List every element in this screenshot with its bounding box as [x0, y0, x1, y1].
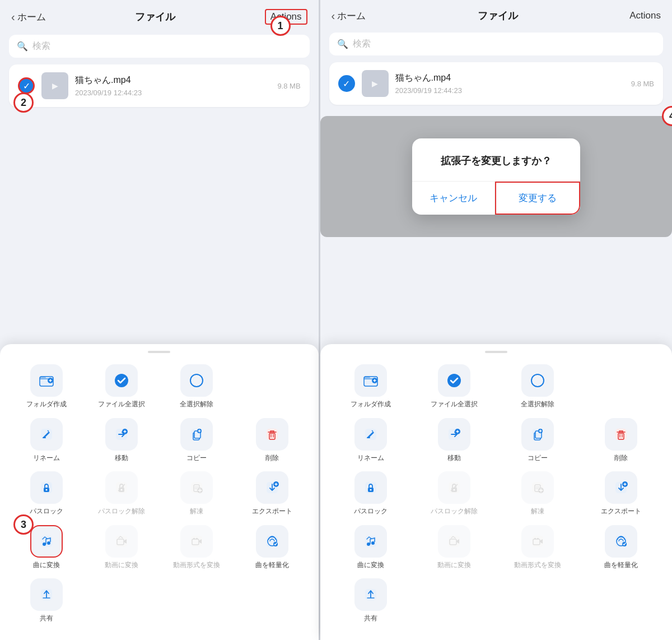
- svg-rect-12: [267, 429, 278, 440]
- right-action-video-format[interactable]: 動画形式を変換: [498, 525, 577, 570]
- left-action-delete[interactable]: 削除: [236, 418, 307, 463]
- annotation-1: 1: [270, 16, 291, 36]
- right-action-copy[interactable]: コピー: [498, 418, 577, 463]
- right-back-button[interactable]: ‹ ホーム: [332, 10, 366, 22]
- left-passlock-icon-wrap: [30, 471, 63, 504]
- right-action-passlock[interactable]: パスロック: [332, 471, 410, 516]
- left-file-list: ✓ 猫ちゃん.mp4 2023/09/19 12:44:23 9.8 MB: [9, 64, 310, 107]
- svg-point-2: [115, 374, 128, 387]
- right-action-select-all[interactable]: ファイル全選択: [415, 364, 494, 409]
- right-back-label: ホーム: [337, 10, 366, 22]
- right-deselect-icon-wrap: [521, 364, 554, 397]
- right-passlock-icon-wrap: [354, 471, 387, 504]
- left-action-video-format-label: 動画形式を変換: [173, 561, 220, 570]
- left-select-all-icon-wrap: [105, 364, 138, 397]
- left-action-rename[interactable]: リネーム: [11, 418, 82, 463]
- right-actions-button[interactable]: Actions: [629, 10, 661, 21]
- left-export-icon-wrap: [256, 471, 288, 504]
- left-file-date: 2023/09/19 12:44:23: [75, 89, 270, 97]
- right-compress-icon-wrap: [605, 525, 637, 558]
- left-action-compress[interactable]: 曲を軽量化: [236, 525, 307, 570]
- dialog-buttons: キャンセル 変更する: [412, 181, 580, 215]
- left-action-to-video[interactable]: 動画に変換: [86, 525, 157, 570]
- right-copy-icon-wrap: [521, 418, 554, 451]
- dialog-confirm-button[interactable]: 変更する: [495, 182, 580, 215]
- left-action-passlock-off[interactable]: パスロック解除: [86, 471, 157, 516]
- left-action-copy[interactable]: コピー: [161, 418, 232, 463]
- left-action-deselect-label: 全選択解除: [180, 400, 213, 409]
- right-action-rename[interactable]: リネーム: [332, 418, 410, 463]
- right-file-item[interactable]: ✓ 猫ちゃん.mp4 2023/09/19 12:44:23 9.8 MB: [329, 62, 663, 105]
- left-delete-icon-wrap: [256, 418, 288, 451]
- right-action-freeze[interactable]: 解凍: [498, 471, 577, 516]
- left-move-icon-wrap: [105, 418, 138, 451]
- right-file-thumbnail: [362, 70, 389, 97]
- svg-rect-48: [615, 429, 627, 440]
- left-panel: 1 2 3 ‹ ホーム ファイル Actions 🔍 検索 ✓ 猫ちゃん.mp4…: [0, 0, 319, 640]
- right-action-to-video-label: 動画に変換: [437, 561, 471, 570]
- svg-point-52: [370, 489, 372, 491]
- left-share-icon-wrap: [30, 578, 63, 611]
- right-action-compress[interactable]: 曲を軽量化: [582, 525, 661, 570]
- left-file-thumbnail: [41, 72, 68, 99]
- left-to-video-icon-wrap: [105, 525, 138, 558]
- right-passlock-off-icon-wrap: [438, 471, 470, 504]
- right-action-deselect-label: 全選択解除: [521, 400, 554, 409]
- right-action-to-music[interactable]: 曲に変換: [332, 525, 410, 570]
- left-action-passlock-label: パスロック: [30, 507, 63, 516]
- svg-point-55: [454, 489, 455, 491]
- left-file-size: 9.8 MB: [277, 82, 300, 90]
- left-action-share-label: 共有: [40, 614, 53, 623]
- left-file-checkbox[interactable]: ✓: [18, 77, 35, 94]
- left-action-deselect[interactable]: 全選択解除: [161, 364, 232, 409]
- right-action-folder[interactable]: フォルダ作成: [332, 364, 410, 409]
- right-action-share-label: 共有: [364, 614, 377, 623]
- right-action-passlock-label: パスロック: [354, 507, 388, 516]
- left-action-delete-label: 削除: [265, 454, 279, 463]
- right-delete-icon-wrap: [605, 418, 637, 451]
- right-action-export[interactable]: エクスポート: [582, 471, 661, 516]
- left-action-rename-label: リネーム: [33, 454, 60, 463]
- left-action-select-all[interactable]: ファイル全選択: [86, 364, 157, 409]
- right-action-deselect[interactable]: 全選択解除: [498, 364, 577, 409]
- right-search-bar[interactable]: 🔍 検索: [329, 33, 663, 55]
- right-action-share[interactable]: 共有: [332, 578, 410, 623]
- svg-point-3: [190, 374, 203, 387]
- left-action-folder-label: フォルダ作成: [26, 400, 67, 409]
- left-search-bar[interactable]: 🔍 検索: [9, 35, 310, 58]
- left-action-move[interactable]: 移動: [86, 418, 157, 463]
- right-action-to-music-label: 曲に変換: [357, 561, 384, 570]
- dialog-cancel-button[interactable]: キャンセル: [412, 182, 496, 215]
- right-action-passlock-off[interactable]: パスロック解除: [415, 471, 494, 516]
- left-video-format-icon-wrap: [180, 525, 213, 558]
- left-back-icon: ‹: [11, 11, 15, 24]
- right-folder-icon-wrap: [354, 364, 387, 397]
- left-file-item[interactable]: ✓ 猫ちゃん.mp4 2023/09/19 12:44:23 9.8 MB: [9, 64, 310, 107]
- dialog-container: 4 拡張子を変更しますか？ キャンセル 変更する: [320, 116, 672, 237]
- left-back-button[interactable]: ‹ ホーム: [11, 11, 46, 24]
- right-file-checkbox[interactable]: ✓: [338, 75, 355, 92]
- right-action-move[interactable]: 移動: [415, 418, 494, 463]
- left-compress-icon-wrap: [256, 525, 288, 558]
- left-sheet-handle: [148, 351, 170, 353]
- right-action-to-video[interactable]: 動画に変換: [415, 525, 494, 570]
- left-title: ファイル: [46, 10, 265, 24]
- right-action-delete[interactable]: 削除: [582, 418, 661, 463]
- right-action-folder-label: フォルダ作成: [351, 400, 391, 409]
- left-action-freeze[interactable]: 解凍: [161, 471, 232, 516]
- left-rename-icon-wrap: [30, 418, 63, 451]
- svg-point-26: [43, 542, 46, 546]
- right-file-date: 2023/09/19 12:44:23: [395, 86, 624, 95]
- left-action-share[interactable]: 共有: [11, 578, 82, 623]
- right-search-placeholder: 検索: [353, 38, 371, 50]
- svg-point-39: [531, 374, 544, 387]
- left-action-folder-create[interactable]: フォルダ作成: [11, 364, 82, 409]
- left-action-export[interactable]: エクスポート: [236, 471, 307, 516]
- right-action-freeze-label: 解凍: [531, 507, 544, 516]
- right-header: ‹ ホーム ファイル Actions: [320, 0, 672, 28]
- left-action-passlock[interactable]: パスロック: [11, 471, 82, 516]
- annotation-3: 3: [13, 514, 34, 535]
- left-back-label: ホーム: [17, 11, 46, 24]
- left-action-video-format[interactable]: 動画形式を変換: [161, 525, 232, 570]
- left-action-move-label: 移動: [115, 454, 128, 463]
